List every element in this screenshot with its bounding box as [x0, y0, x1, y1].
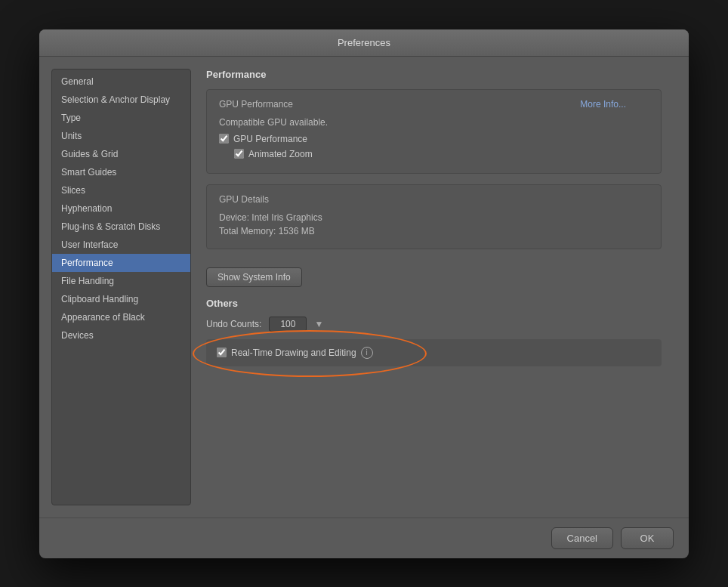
- gpu-details-title: GPU Details: [219, 194, 649, 205]
- sidebar-item-plugins[interactable]: Plug-ins & Scratch Disks: [52, 218, 190, 236]
- animated-zoom-row: Animated Zoom: [234, 149, 328, 159]
- gpu-device-label: Device: Intel Iris Graphics: [219, 212, 649, 223]
- sidebar-item-units[interactable]: Units: [52, 127, 190, 145]
- gpu-performance-checkbox[interactable]: [219, 134, 229, 144]
- sidebar-item-slices[interactable]: Slices: [52, 181, 190, 199]
- content-area: Performance GPU Performance Compatible G…: [191, 69, 677, 505]
- realtime-checkbox[interactable]: [217, 348, 227, 357]
- undo-dropdown-icon: ▼: [314, 319, 323, 329]
- cancel-button[interactable]: Cancel: [551, 527, 613, 549]
- others-section: Others Undo Counts: ▼ Real-Time Drawing …: [206, 298, 662, 366]
- sidebar-item-smart-guides[interactable]: Smart Guides: [52, 163, 190, 181]
- realtime-info-icon[interactable]: i: [361, 347, 373, 359]
- sidebar-item-hyphenation[interactable]: Hyphenation: [52, 199, 190, 218]
- sidebar-item-selection-anchor[interactable]: Selection & Anchor Display: [52, 91, 190, 109]
- sidebar-item-user-interface[interactable]: User Interface: [52, 236, 190, 254]
- gpu-performance-section: GPU Performance Compatible GPU available…: [206, 89, 662, 174]
- gpu-memory-label: Total Memory: 1536 MB: [219, 226, 649, 236]
- sidebar-item-clipboard[interactable]: Clipboard Handling: [52, 290, 190, 308]
- dialog-footer: Cancel OK: [39, 517, 689, 558]
- preferences-dialog: Preferences General Selection & Anchor D…: [39, 29, 689, 558]
- realtime-label: Real-Time Drawing and Editing: [231, 348, 356, 358]
- realtime-wrapper: Real-Time Drawing and Editing i: [206, 339, 662, 366]
- sidebar: General Selection & Anchor Display Type …: [51, 69, 191, 505]
- gpu-details-section: GPU Details Device: Intel Iris Graphics …: [206, 184, 662, 249]
- gpu-performance-row: GPU Performance: [219, 134, 328, 144]
- dialog-body: General Selection & Anchor Display Type …: [39, 57, 689, 517]
- gpu-performance-label: GPU Performance: [233, 134, 307, 144]
- realtime-row: Real-Time Drawing and Editing i: [206, 339, 662, 366]
- show-system-info-button[interactable]: Show System Info: [206, 267, 302, 287]
- section-title: Performance: [206, 69, 662, 80]
- sidebar-item-type[interactable]: Type: [52, 109, 190, 127]
- compatible-gpu-text: Compatible GPU available.: [219, 117, 328, 128]
- animated-zoom-label: Animated Zoom: [248, 149, 313, 159]
- sidebar-item-devices[interactable]: Devices: [52, 326, 190, 344]
- ok-button[interactable]: OK: [621, 527, 674, 549]
- gpu-performance-title: GPU Performance: [219, 99, 328, 110]
- subsection-content: GPU Performance Compatible GPU available…: [219, 99, 328, 164]
- sidebar-item-file-handling[interactable]: File Handling: [52, 272, 190, 290]
- sidebar-item-general[interactable]: General: [52, 73, 190, 91]
- dialog-title: Preferences: [338, 37, 390, 48]
- animated-zoom-checkbox[interactable]: [234, 149, 244, 159]
- undo-row: Undo Counts: ▼: [206, 317, 662, 332]
- undo-label: Undo Counts:: [206, 319, 261, 329]
- dialog-titlebar: Preferences: [39, 29, 689, 57]
- sidebar-item-performance[interactable]: Performance: [52, 254, 190, 272]
- sidebar-item-appearance-black[interactable]: Appearance of Black: [52, 308, 190, 326]
- sidebar-item-guides-grid[interactable]: Guides & Grid: [52, 145, 190, 163]
- more-info-button[interactable]: More Info...: [580, 99, 626, 110]
- others-title: Others: [206, 298, 662, 309]
- undo-input[interactable]: [269, 317, 307, 332]
